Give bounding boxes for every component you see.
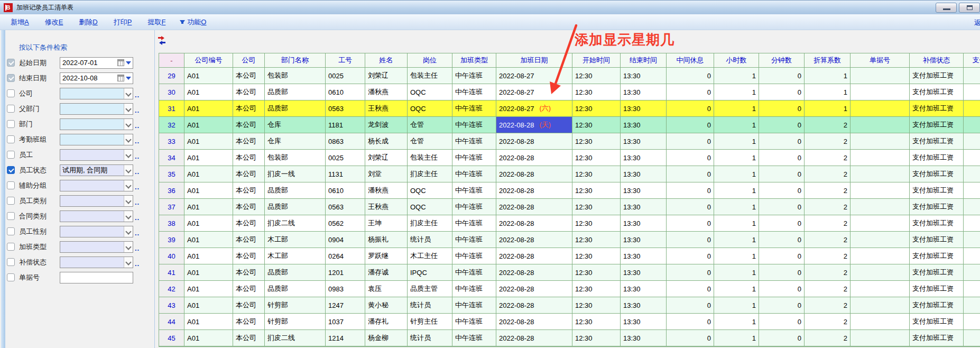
table-row-35[interactable]: 35A01本公司扪皮一线1131刘堂扪皮主任中午连班2022-08-2812:3… [159,166,980,182]
table-row-45[interactable]: 45A01本公司扪皮二线1214杨金柳统计员中午连班2022-08-2812:3… [159,330,980,346]
cell-minutes[interactable]: 0 [759,264,805,281]
swap-columns-icon[interactable] [157,36,167,44]
cell-hours[interactable]: 1 [714,330,759,346]
aux-group-checkbox[interactable] [7,181,15,189]
cell-overtime-date[interactable]: 2022-08-28 [496,199,572,215]
cell-row-number[interactable]: 30 [159,84,184,100]
cell-company-code[interactable]: A01 [184,215,233,232]
cell-company[interactable]: 本公司 [233,264,265,281]
cell-compensation-status[interactable]: 支付加班工资 [910,248,964,264]
cell-doc-no[interactable] [850,281,910,297]
cell-name[interactable]: 刘堂 [365,166,408,182]
cell-employee-id[interactable]: 0983 [326,281,365,297]
cell-company-code[interactable]: A01 [184,264,233,281]
compensation-status-browse-button[interactable]: .. [135,260,140,268]
department-select[interactable] [60,118,133,130]
cell-department-name[interactable]: 品质部 [265,100,326,117]
cell-hours[interactable]: 1 [714,84,759,100]
cell-mid-break[interactable]: 0 [667,133,714,150]
cell-row-number[interactable]: 33 [159,133,184,150]
cell-position[interactable]: 针剪主任 [408,314,452,330]
cell-company-code[interactable]: A01 [184,232,233,248]
table-row-31[interactable]: 31A01本公司品质部0563王秋燕OQC中午连班2022-08-27(六)12… [159,100,980,117]
attendance-team-checkbox[interactable] [7,135,15,143]
employee-status-checkbox[interactable] [7,166,15,174]
overtime-type-checkbox[interactable] [7,243,15,251]
cell-hours[interactable]: 1 [714,166,759,182]
cell-overtime-date[interactable]: 2022-08-28 [496,232,572,248]
cell-hours[interactable]: 1 [714,100,759,117]
cell-doc-no[interactable] [850,248,910,264]
cell-minutes[interactable]: 0 [759,248,805,264]
cell-mid-break[interactable]: 0 [667,330,714,346]
table-row-32[interactable]: 32A01本公司仓库1181龙剑波仓管中午连班2022-08-28(天)12:3… [159,117,980,133]
cell-start-time[interactable]: 12:30 [572,232,621,248]
cell-mid-break[interactable]: 0 [667,297,714,314]
cell-employee-id[interactable]: 1247 [326,297,365,314]
extract-menu-item[interactable]: 提取F [147,17,165,27]
table-row-43[interactable]: 43A01本公司针剪部1247黄小秘统计员中午连班2022-08-2812:30… [159,297,980,314]
cell-compensation-status[interactable]: 支付加班工资 [910,314,964,330]
column-header-compensation-status[interactable]: 补偿状态 [910,53,964,68]
cell-employee-id[interactable]: 0610 [326,182,365,199]
cell-company[interactable]: 本公司 [233,133,265,150]
cell-minutes[interactable]: 0 [759,166,805,182]
cell-row-number[interactable]: 42 [159,281,184,297]
cell-doc-no[interactable] [850,182,910,199]
cell-name[interactable]: 杨振礼 [365,232,408,248]
cell-department-name[interactable]: 品质部 [265,264,326,281]
cell-company-code[interactable]: A01 [184,297,233,314]
cell-end-time[interactable]: 13:30 [621,314,667,330]
cell-end-time[interactable]: 13:30 [621,199,667,215]
cell-hours[interactable]: 1 [714,297,759,314]
start-date-date-input[interactable]: 2022-07-01 [60,57,133,69]
cell-doc-no[interactable] [850,100,910,117]
cell-start-time[interactable]: 12:30 [572,166,621,182]
cell-compensation-status[interactable]: 支付加班工资 [910,297,964,314]
cell-overtime-date[interactable]: 2022-08-28 [496,264,572,281]
minimize-button[interactable] [936,3,957,13]
cell-company[interactable]: 本公司 [233,166,265,182]
cell-name[interactable]: 龙剑波 [365,117,408,133]
cell-row-number[interactable]: 44 [159,314,184,330]
cell-department-name[interactable]: 针剪部 [265,297,326,314]
cell-start-time[interactable]: 12:30 [572,314,621,330]
cell-compensation-status[interactable]: 支付加班工资 [910,199,964,215]
compensation-status-checkbox[interactable] [7,258,15,266]
end-date-checkbox[interactable] [7,74,15,82]
cell-factor[interactable]: 2 [805,281,850,297]
cell-employee-id[interactable]: 1037 [326,314,365,330]
cell-minutes[interactable]: 0 [759,232,805,248]
cell-overtime-date[interactable]: 2022-08-27(六) [496,100,572,117]
doc-no-text-input[interactable] [60,272,133,283]
cell-department-name[interactable]: 扪皮二线 [265,330,326,346]
cell-overtime-type[interactable]: 中午连班 [452,68,496,84]
cell-department-name[interactable]: 扪皮二线 [265,215,326,232]
employee-gender-select[interactable] [60,226,133,237]
aux-group-select[interactable] [60,180,133,191]
cell-company[interactable]: 本公司 [233,248,265,264]
cell-pay[interactable] [964,330,980,346]
cell-hours[interactable]: 1 [714,199,759,215]
cell-row-number[interactable]: 45 [159,330,184,346]
cell-end-time[interactable]: 13:30 [621,133,667,150]
cell-department-name[interactable]: 品质部 [265,199,326,215]
cell-position[interactable]: 统计员 [408,232,452,248]
cell-row-number[interactable]: 41 [159,264,184,281]
cell-row-number[interactable]: 31 [159,100,184,117]
cell-position[interactable]: OQC [408,84,452,100]
cell-company[interactable]: 本公司 [233,314,265,330]
cell-overtime-type[interactable]: 中午连班 [452,84,496,100]
cell-doc-no[interactable] [850,232,910,248]
cell-company-code[interactable]: A01 [184,150,233,166]
cell-minutes[interactable]: 0 [759,314,805,330]
cell-row-number[interactable]: 35 [159,166,184,182]
cell-company[interactable]: 本公司 [233,84,265,100]
cell-end-time[interactable]: 13:30 [621,330,667,346]
cell-compensation-status[interactable]: 支付加班工资 [910,166,964,182]
cell-pay[interactable] [964,248,980,264]
cell-factor[interactable]: 2 [805,297,850,314]
chevron-down-icon[interactable] [124,196,133,206]
cell-start-time[interactable]: 12:30 [572,264,621,281]
cell-doc-no[interactable] [850,150,910,166]
